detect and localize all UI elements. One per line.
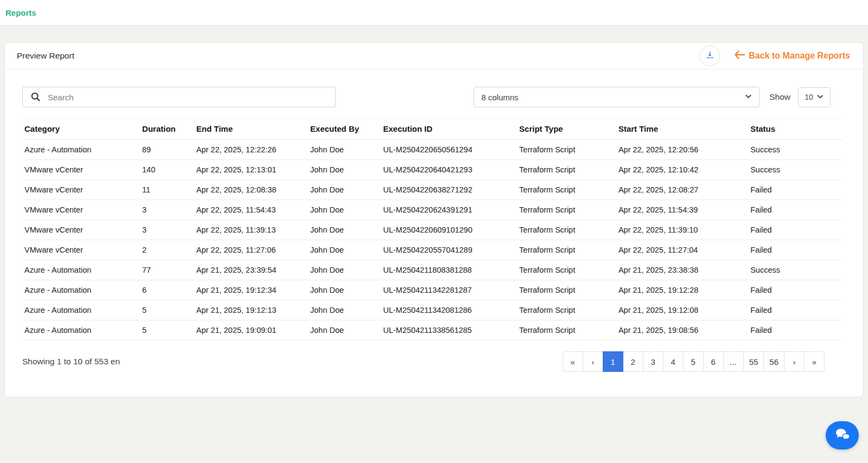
breadcrumb-reports[interactable]: Reports <box>5 8 36 17</box>
table-cell: UL-M2504220557041289 <box>379 240 515 260</box>
table-cell: UL-M2504211338561285 <box>379 320 515 340</box>
back-link-label: Back to Manage Reports <box>749 51 850 61</box>
table-cell: Terraform Script <box>515 140 614 160</box>
column-header[interactable]: Category <box>22 119 138 140</box>
card-header-actions: Back to Manage Reports <box>699 46 850 66</box>
table-cell: Terraform Script <box>515 260 614 280</box>
columns-select-value: 8 columns <box>481 93 518 102</box>
table-cell: John Doe <box>306 160 379 180</box>
pagination-button-»[interactable]: » <box>804 351 825 372</box>
table-cell: Failed <box>746 240 842 260</box>
table-cell: Azure - Automation <box>22 300 138 320</box>
table-cell: VMware vCenter <box>22 200 138 220</box>
table-cell: UL-M2504220640421293 <box>379 160 515 180</box>
table-cell: Failed <box>746 280 842 300</box>
table-cell: Apr 21, 2025, 23:38:38 <box>614 260 746 280</box>
table-cell: 5 <box>138 300 192 320</box>
table-cell: Terraform Script <box>515 160 614 180</box>
pagination-button-6[interactable]: 6 <box>703 351 724 372</box>
topbar: Reports <box>0 0 868 25</box>
table-cell: Apr 22, 2025, 12:13:01 <box>192 160 306 180</box>
pagination: «‹123456...5556›» <box>563 351 825 372</box>
page-size-value: 10 <box>805 93 813 101</box>
pagination-button-2[interactable]: 2 <box>623 351 643 372</box>
table-row: VMware vCenter3Apr 22, 2025, 11:39:13Joh… <box>22 220 842 240</box>
page-size-select[interactable]: 10 <box>798 87 831 107</box>
show-label: Show <box>769 92 790 102</box>
table-cell: Terraform Script <box>515 220 614 240</box>
chat-button[interactable] <box>826 421 859 449</box>
table-cell: 89 <box>138 140 192 160</box>
table-row: VMware vCenter2Apr 22, 2025, 11:27:06Joh… <box>22 240 842 260</box>
column-header[interactable]: Execution ID <box>379 119 515 140</box>
back-to-manage-reports-link[interactable]: Back to Manage Reports <box>734 50 850 61</box>
table-cell: John Doe <box>306 320 379 340</box>
columns-select[interactable]: 8 columns <box>474 87 760 107</box>
table-header-row: CategoryDurationEnd TimeExecuted ByExecu… <box>22 119 842 140</box>
pagination-button-«[interactable]: « <box>563 351 583 372</box>
table-cell: Apr 21, 2025, 19:12:34 <box>192 280 306 300</box>
column-header[interactable]: End Time <box>192 119 306 140</box>
table-footer: Showing 1 to 10 of 553 en «‹123456...555… <box>5 340 863 372</box>
pagination-button-5[interactable]: 5 <box>683 351 704 372</box>
table-cell: Apr 21, 2025, 19:12:28 <box>614 280 746 300</box>
pagination-button-56[interactable]: 56 <box>763 351 784 372</box>
table-cell: Terraform Script <box>515 180 614 200</box>
table-cell: UL-M2504220609101290 <box>379 220 515 240</box>
column-header[interactable]: Duration <box>138 119 192 140</box>
table-cell: Apr 22, 2025, 11:54:43 <box>192 200 306 220</box>
table-cell: Terraform Script <box>515 320 614 340</box>
table-cell: John Doe <box>306 220 379 240</box>
table-cell: Azure - Automation <box>22 320 138 340</box>
column-header[interactable]: Script Type <box>515 119 614 140</box>
table-cell: Apr 21, 2025, 19:09:01 <box>192 320 306 340</box>
table-cell: Failed <box>746 220 842 240</box>
table-cell: Failed <box>746 300 842 320</box>
table-cell: Apr 22, 2025, 11:27:04 <box>614 240 746 260</box>
table-cell: VMware vCenter <box>22 180 138 200</box>
pagination-button-3[interactable]: 3 <box>643 351 663 372</box>
table-cell: Terraform Script <box>515 200 614 220</box>
pagination-button-55[interactable]: 55 <box>743 351 764 372</box>
table-cell: Apr 22, 2025, 11:39:10 <box>614 220 746 240</box>
chevron-down-icon <box>744 92 752 102</box>
download-button[interactable] <box>699 46 720 66</box>
table-row: Azure - Automation5Apr 21, 2025, 19:12:1… <box>22 300 842 320</box>
table-cell: Apr 21, 2025, 23:39:54 <box>192 260 306 280</box>
card-title: Preview Report <box>17 51 74 61</box>
table-cell: Apr 22, 2025, 12:10:42 <box>614 160 746 180</box>
pagination-button-›[interactable]: › <box>784 351 805 372</box>
table-row: Azure - Automation89Apr 22, 2025, 12:22:… <box>22 140 842 160</box>
table-cell: 11 <box>138 180 192 200</box>
table-cell: 3 <box>138 200 192 220</box>
table-cell: 6 <box>138 280 192 300</box>
chevron-down-icon <box>816 93 824 102</box>
table-header: CategoryDurationEnd TimeExecuted ByExecu… <box>22 119 842 140</box>
column-header[interactable]: Executed By <box>306 119 379 140</box>
pagination-button-4[interactable]: 4 <box>663 351 684 372</box>
table-cell: Apr 21, 2025, 19:12:08 <box>614 300 746 320</box>
pagination-button-...[interactable]: ... <box>723 351 744 372</box>
table-cell: Apr 22, 2025, 12:08:27 <box>614 180 746 200</box>
card-header: Preview Report Back to Manage Reports <box>5 43 863 69</box>
chat-bubbles-icon <box>834 428 851 443</box>
table-cell: VMware vCenter <box>22 220 138 240</box>
column-header[interactable]: Status <box>746 119 842 140</box>
showing-entries-text: Showing 1 to 10 of 553 en <box>22 357 120 366</box>
table-cell: Success <box>746 140 842 160</box>
table-body: Azure - Automation89Apr 22, 2025, 12:22:… <box>22 140 842 340</box>
table-cell: UL-M2504211342281287 <box>379 280 515 300</box>
table-cell: Azure - Automation <box>22 260 138 280</box>
table-row: VMware vCenter140Apr 22, 2025, 12:13:01J… <box>22 160 842 180</box>
table-cell: Apr 22, 2025, 12:22:26 <box>192 140 306 160</box>
table-cell: UL-M2504211342081286 <box>379 300 515 320</box>
report-table: CategoryDurationEnd TimeExecuted ByExecu… <box>22 118 842 340</box>
pagination-button-‹[interactable]: ‹ <box>583 351 603 372</box>
column-header[interactable]: Start Time <box>614 119 746 140</box>
search-input[interactable] <box>22 87 336 107</box>
search-icon <box>30 91 41 105</box>
table-cell: VMware vCenter <box>22 240 138 260</box>
pagination-button-1[interactable]: 1 <box>603 351 623 372</box>
table-cell: Azure - Automation <box>22 140 138 160</box>
table-cell: Apr 21, 2025, 19:12:13 <box>192 300 306 320</box>
